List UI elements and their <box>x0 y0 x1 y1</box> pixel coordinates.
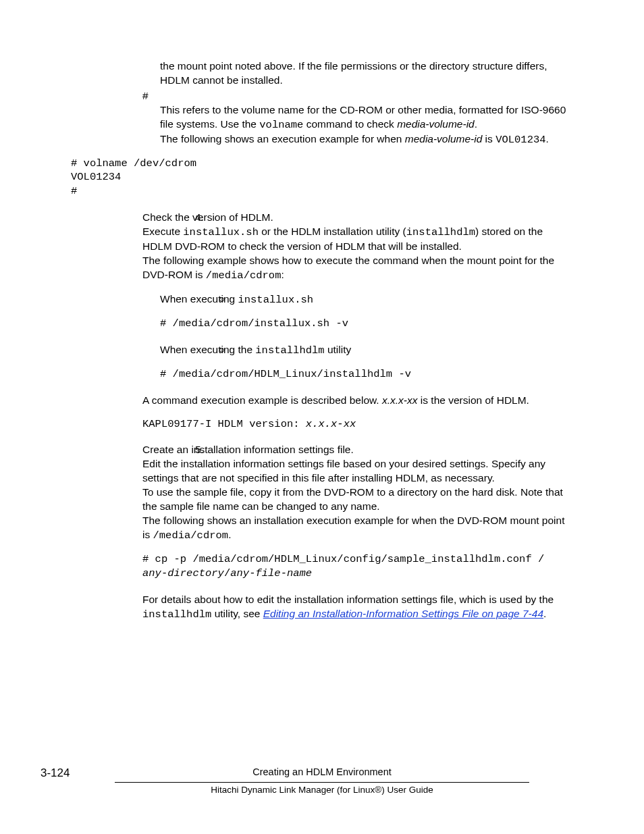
text: the mount point noted above. If the file… <box>160 60 547 86</box>
hash-label: # <box>142 89 566 103</box>
code-inline: installhdlm <box>142 608 211 621</box>
code-line: # volname /dev/cdrom <box>71 157 566 171</box>
code-inline: installux.sh <box>183 226 259 238</box>
paragraph: Edit the installation information settin… <box>142 457 566 486</box>
step-title: Check the version of HDLM. <box>142 211 566 225</box>
paragraph: the mount point noted above. If the file… <box>160 59 566 88</box>
footer-divider <box>115 782 529 783</box>
page: the mount point noted above. If the file… <box>0 0 644 834</box>
text: For details about how to edit the instal… <box>142 594 554 605</box>
bullet-icon <box>219 343 224 357</box>
list-marker: 4. <box>195 211 204 225</box>
code-line: # /media/cdrom/installux.sh -v <box>160 317 348 330</box>
code-italic: any-file-name <box>230 567 312 579</box>
text: . <box>228 529 231 540</box>
paragraph: The following shows an execution example… <box>160 132 566 147</box>
page-footer: 3-124 Creating an HDLM Environment Hitac… <box>41 766 603 796</box>
list-body: Check the version of HDLM. Execute insta… <box>142 211 566 283</box>
text: utility <box>325 344 352 355</box>
text: # <box>142 90 149 101</box>
code-line: # /media/cdrom/HDLM_Linux/installhdlm -v <box>160 368 411 380</box>
list-item: 4. Check the version of HDLM. Execute in… <box>71 211 566 283</box>
text: is <box>482 133 495 145</box>
step-title: Create an installation information setti… <box>142 443 566 457</box>
code-line: KAPL09177-I HDLM version: <box>142 418 306 430</box>
paragraph: To use the sample file, copy it from the… <box>142 486 566 514</box>
paragraph: A command execution example is described… <box>142 394 566 408</box>
paragraph: The following shows an installation exec… <box>142 514 566 543</box>
list-item: 5. Create an installation information se… <box>71 443 566 621</box>
footer-title: Creating an HDLM Environment <box>41 766 603 779</box>
text: The following shows an execution example… <box>160 133 405 145</box>
text: is the version of HDLM. <box>418 394 529 406</box>
code-italic: x.x.x-xx <box>306 418 356 430</box>
code-block: # volname /dev/cdrom VOL01234 # <box>71 157 566 199</box>
footer-subtitle: Hitachi Dynamic Link Manager (for Linux®… <box>41 784 603 796</box>
paragraph: The following example shows how to execu… <box>142 254 566 283</box>
sub-list-item: When executing installux.sh <box>71 292 566 307</box>
text: . <box>475 118 477 130</box>
paragraph: This refers to the volume name for the C… <box>160 103 566 132</box>
code-line: VOL01234 <box>71 170 566 184</box>
text: Execute <box>142 226 183 237</box>
text: . <box>543 608 546 619</box>
text: utility, see <box>211 608 263 619</box>
code-block: # /media/cdrom/HDLM_Linux/installhdlm -v <box>160 367 566 382</box>
list-body: Create an installation information setti… <box>142 443 566 621</box>
code-inline: installhdlm <box>255 344 324 357</box>
cross-reference-link[interactable]: Editing an Installation-Information Sett… <box>263 608 543 619</box>
code-line: # <box>71 184 566 199</box>
bullet-icon <box>219 292 224 307</box>
text: command to check <box>303 118 397 130</box>
code-inline: volname <box>259 119 303 131</box>
text: When executing the <box>160 344 255 355</box>
paragraph: For details about how to edit the instal… <box>142 593 566 622</box>
text: The following example shows how to execu… <box>142 255 554 280</box>
text: or the HDLM installation utility ( <box>259 226 406 237</box>
list-marker: 5. <box>195 443 204 457</box>
code-block: # cp -p /media/cdrom/HDLM_Linux/config/s… <box>142 552 566 581</box>
page-number: 3-124 <box>41 766 70 781</box>
code-italic: any-directory <box>142 567 224 579</box>
italic-text: media-volume-id <box>405 133 483 145</box>
text: . <box>546 133 549 145</box>
italic-text: x.x.x-xx <box>382 394 418 406</box>
text: A command execution example is described… <box>142 394 382 406</box>
text: / <box>224 567 230 579</box>
code-inline: /media/cdrom <box>206 269 281 282</box>
code-block: # /media/cdrom/installux.sh -v <box>160 317 566 331</box>
code-inline: VOL01234 <box>495 134 545 146</box>
text: When executing <box>160 293 238 305</box>
code-block: KAPL09177-I HDLM version: x.x.x-xx <box>142 417 566 432</box>
code-inline: /media/cdrom <box>153 529 229 542</box>
italic-text: media-volume-id <box>397 118 475 130</box>
code-line: any-directory/any-file-name <box>142 567 566 581</box>
text: : <box>281 269 284 280</box>
code-inline: installux.sh <box>238 294 313 306</box>
paragraph: Execute installux.sh or the HDLM install… <box>142 225 566 254</box>
code-inline: installhdlm <box>406 226 475 238</box>
sub-list-item: When executing the installhdlm utility <box>71 343 566 358</box>
code-line: # cp -p /media/cdrom/HDLM_Linux/config/s… <box>142 552 566 567</box>
